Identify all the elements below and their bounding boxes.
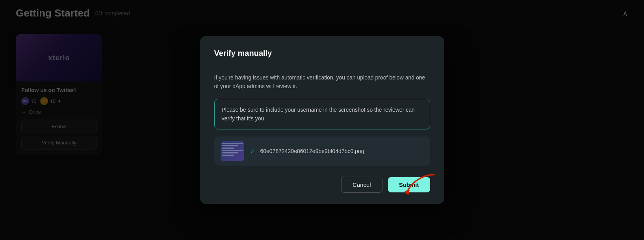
file-upload-box[interactable]: ✓ 60e07872420e86012e9be9bf04d7bc0.png	[214, 137, 430, 166]
thumb-line-2	[222, 145, 239, 146]
thumb-line-5	[222, 152, 239, 153]
modal-title: Verify manually	[214, 49, 430, 58]
info-box: Please be sure to include your username …	[214, 99, 430, 130]
check-icon: ✓	[250, 148, 255, 155]
info-text: Please be sure to include your username …	[222, 107, 415, 122]
verify-manually-modal: Verify manually If you're having issues …	[200, 36, 444, 204]
thumb-line-6	[222, 155, 234, 156]
thumb-line-3	[222, 148, 234, 149]
submit-button[interactable]: Submit	[388, 177, 430, 192]
thumb-line-1	[222, 143, 243, 144]
file-thumbnail-inner	[221, 141, 244, 161]
thumb-line-4	[222, 150, 243, 151]
modal-divider	[214, 65, 430, 65]
modal-overlay: Verify manually If you're having issues …	[0, 0, 644, 240]
file-name: 60e07872420e86012e9be9bf04d7bc0.png	[260, 148, 364, 154]
modal-footer: Cancel Submit	[214, 177, 430, 193]
modal-description: If you're having issues with automatic v…	[214, 73, 430, 91]
file-thumbnail	[221, 141, 244, 161]
file-thumb-lines	[222, 143, 243, 156]
cancel-button[interactable]: Cancel	[341, 177, 382, 193]
